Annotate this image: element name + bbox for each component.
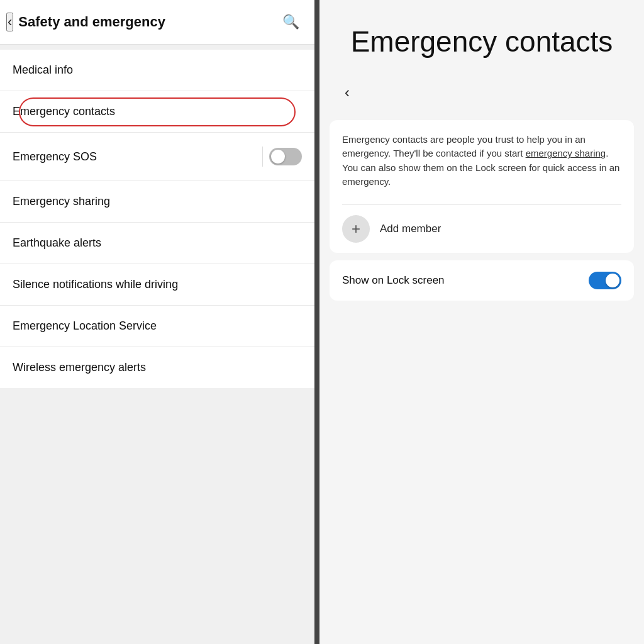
page-title: Safety and emergency xyxy=(18,14,165,30)
emergency-contacts-wrapper: Emergency contacts xyxy=(0,91,314,133)
menu-item-label: Emergency SOS xyxy=(13,150,97,164)
toggle-track[interactable] xyxy=(269,148,302,165)
menu-item-label: Emergency Location Service xyxy=(13,319,157,333)
menu-item-label: Wireless emergency alerts xyxy=(13,361,146,374)
emergency-contacts-description: Emergency contacts are people you trust … xyxy=(342,133,621,189)
menu-item-label: Emergency contacts xyxy=(13,105,115,118)
menu-item-emergency-contacts[interactable]: Emergency contacts xyxy=(0,91,314,133)
bottom-fade xyxy=(319,594,644,644)
menu-item-label: Earthquake alerts xyxy=(13,236,101,250)
back-button[interactable]: ‹ xyxy=(6,13,13,31)
menu-item-medical-info[interactable]: Medical info xyxy=(0,50,314,91)
menu-item-label: Emergency sharing xyxy=(13,195,110,208)
menu-list: Medical info Emergency contacts Emergenc… xyxy=(0,50,314,388)
menu-item-label: Silence notifications while driving xyxy=(13,278,178,291)
right-top-section: Emergency contacts ‹ xyxy=(319,0,644,120)
menu-item-emergency-location[interactable]: Emergency Location Service xyxy=(0,306,314,347)
plus-icon: + xyxy=(352,220,360,238)
add-member-label: Add member xyxy=(380,223,441,235)
menu-item-emergency-sharing[interactable]: Emergency sharing xyxy=(0,181,314,223)
search-icon[interactable]: 🔍 xyxy=(280,11,302,33)
toggle-thumb-on xyxy=(606,274,619,287)
header-left-group: ‹ Safety and emergency xyxy=(6,13,165,31)
emergency-sos-toggle[interactable] xyxy=(269,148,302,165)
menu-item-earthquake-alerts[interactable]: Earthquake alerts xyxy=(0,223,314,264)
right-panel: Emergency contacts ‹ Emergency contacts … xyxy=(319,0,644,644)
menu-item-label: Medical info xyxy=(13,64,73,77)
right-panel-title: Emergency contacts xyxy=(351,25,613,58)
toggle-track-on[interactable] xyxy=(589,272,621,289)
show-lock-screen-label: Show on Lock screen xyxy=(342,274,445,287)
sos-toggle-group xyxy=(262,147,302,167)
show-lock-screen-toggle[interactable] xyxy=(589,272,621,289)
panel-divider xyxy=(314,0,319,644)
emergency-sharing-link[interactable]: emergency sharing xyxy=(526,148,606,158)
toggle-divider xyxy=(262,147,263,167)
menu-item-emergency-sos[interactable]: Emergency SOS xyxy=(0,133,314,181)
right-content-card: Emergency contacts are people you trust … xyxy=(330,120,634,253)
right-back-button[interactable]: ‹ xyxy=(345,84,350,101)
show-lock-screen-section: Show on Lock screen xyxy=(330,260,634,301)
menu-item-silence-notifications[interactable]: Silence notifications while driving xyxy=(0,264,314,306)
add-member-row[interactable]: + Add member xyxy=(342,204,621,253)
toggle-thumb xyxy=(271,150,285,164)
menu-item-wireless-alerts[interactable]: Wireless emergency alerts xyxy=(0,347,314,388)
add-member-icon: + xyxy=(342,215,370,243)
left-header: ‹ Safety and emergency 🔍 xyxy=(0,0,314,45)
left-panel: ‹ Safety and emergency 🔍 Medical info Em… xyxy=(0,0,314,644)
